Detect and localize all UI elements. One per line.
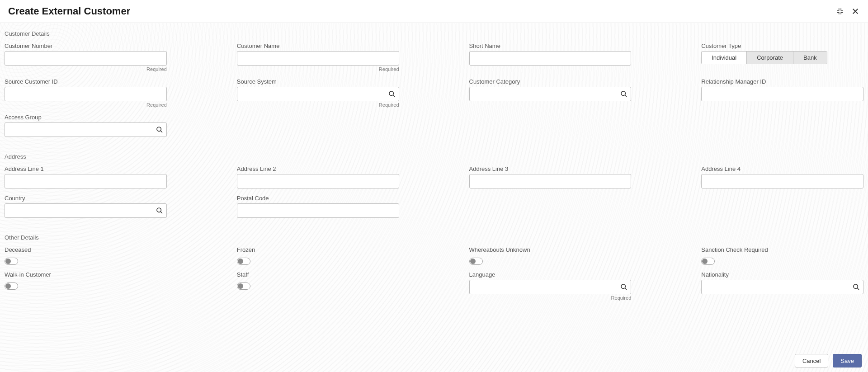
source-system-helper: Required [237, 102, 399, 108]
customer-type-corporate[interactable]: Corporate [747, 52, 793, 64]
deceased-label: Deceased [5, 246, 167, 253]
customer-number-input[interactable] [5, 51, 167, 66]
search-icon[interactable] [620, 90, 627, 98]
customer-name-label: Customer Name [237, 42, 399, 49]
short-name-label: Short Name [469, 42, 632, 49]
nationality-input[interactable] [701, 280, 863, 294]
source-customer-id-label: Source Customer ID [5, 78, 167, 85]
address-line-3-input[interactable] [469, 174, 632, 188]
search-icon[interactable] [853, 283, 860, 291]
collapse-icon[interactable] [835, 7, 844, 16]
customer-category-input[interactable] [469, 87, 632, 101]
deceased-toggle[interactable] [5, 258, 18, 265]
short-name-input[interactable] [469, 51, 632, 66]
address-line-2-label: Address Line 2 [237, 165, 399, 172]
relationship-manager-id-label: Relationship Manager ID [701, 78, 863, 85]
section-other-details: Other Details [5, 234, 863, 241]
source-system-label: Source System [237, 78, 399, 85]
address-line-4-label: Address Line 4 [701, 165, 863, 172]
customer-type-toggle: Individual Corporate Bank [701, 51, 827, 64]
address-line-2-input[interactable] [237, 174, 399, 188]
staff-label: Staff [237, 271, 399, 278]
svg-point-0 [389, 91, 393, 95]
customer-name-helper: Required [237, 66, 399, 72]
svg-point-3 [157, 208, 161, 212]
close-icon[interactable] [851, 7, 860, 16]
dialog-footer: Cancel Save [0, 349, 868, 372]
sanction-check-required-label: Sanction Check Required [701, 246, 863, 253]
country-input[interactable] [5, 203, 167, 218]
save-button[interactable]: Save [833, 354, 862, 367]
svg-point-2 [157, 127, 161, 131]
customer-number-label: Customer Number [5, 42, 167, 49]
walk-in-customer-label: Walk-in Customer [5, 271, 167, 278]
section-customer-details: Customer Details [5, 30, 863, 37]
sanction-check-required-toggle[interactable] [701, 258, 715, 265]
customer-category-label: Customer Category [469, 78, 632, 85]
svg-point-5 [854, 284, 858, 288]
customer-type-individual[interactable]: Individual [702, 52, 747, 64]
customer-number-helper: Required [5, 66, 167, 72]
frozen-label: Frozen [237, 246, 399, 253]
relationship-manager-id-input[interactable] [701, 87, 863, 101]
search-icon[interactable] [620, 283, 627, 291]
search-icon[interactable] [388, 90, 396, 98]
form-content: Customer Details Customer Number Require… [0, 23, 868, 372]
country-label: Country [5, 195, 167, 202]
customer-name-input[interactable] [237, 51, 399, 66]
frozen-toggle[interactable] [237, 258, 250, 265]
customer-type-bank[interactable]: Bank [793, 52, 827, 64]
customer-type-label: Customer Type [701, 42, 863, 49]
address-line-1-label: Address Line 1 [5, 165, 167, 172]
language-input[interactable] [469, 280, 632, 294]
svg-point-1 [621, 91, 625, 95]
whereabouts-unknown-toggle[interactable] [469, 258, 483, 265]
postal-code-label: Postal Code [237, 195, 399, 202]
page-title: Create External Customer [8, 5, 130, 17]
search-icon[interactable] [156, 126, 163, 133]
address-line-1-input[interactable] [5, 174, 167, 188]
address-line-4-input[interactable] [701, 174, 863, 188]
dialog-header: Create External Customer [0, 0, 868, 23]
whereabouts-unknown-label: Whereabouts Unknown [469, 246, 632, 253]
language-helper: Required [469, 295, 632, 301]
nationality-label: Nationality [701, 271, 863, 278]
source-customer-id-input[interactable] [5, 87, 167, 101]
access-group-label: Access Group [5, 114, 167, 121]
search-icon[interactable] [156, 207, 163, 214]
section-address: Address [5, 153, 863, 160]
address-line-3-label: Address Line 3 [469, 165, 632, 172]
source-system-input[interactable] [237, 87, 399, 101]
access-group-input[interactable] [5, 122, 167, 137]
svg-point-4 [621, 284, 625, 288]
source-customer-id-helper: Required [5, 102, 167, 108]
staff-toggle[interactable] [237, 283, 250, 290]
postal-code-input[interactable] [237, 203, 399, 218]
language-label: Language [469, 271, 632, 278]
walk-in-customer-toggle[interactable] [5, 283, 18, 290]
cancel-button[interactable]: Cancel [795, 354, 828, 367]
